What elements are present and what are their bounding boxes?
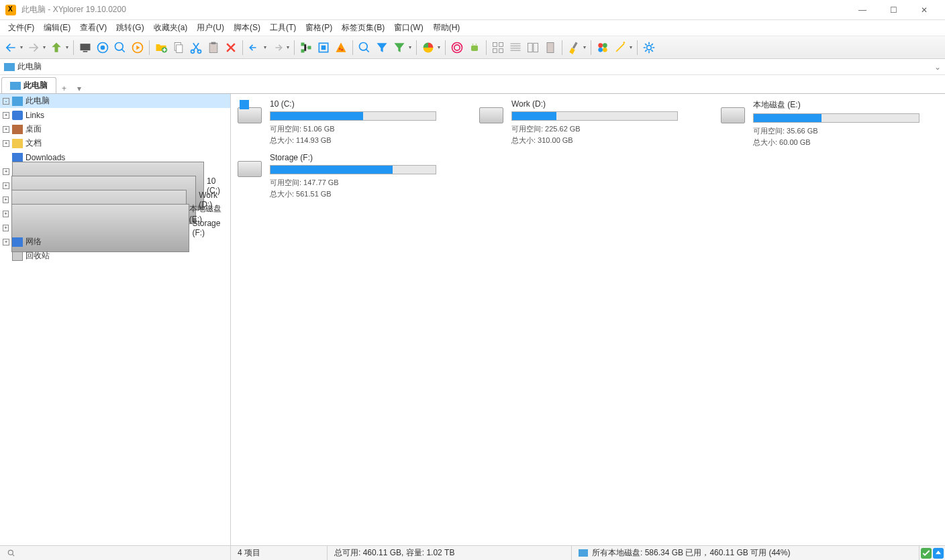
menu-4[interactable]: 收藏夹(a) — [150, 21, 192, 35]
undo-dropdown[interactable]: ▾ — [262, 44, 268, 50]
tree-item-2[interactable]: +桌面 — [0, 122, 230, 136]
menu-7[interactable]: 工具(T) — [266, 21, 300, 35]
menu-3[interactable]: 跳转(G) — [112, 21, 148, 35]
tree-item-9[interactable]: +Storage (F:) — [0, 221, 230, 235]
play-icon[interactable] — [130, 40, 146, 56]
new-tab-button[interactable]: + — [56, 84, 72, 93]
tree-item-1[interactable]: +Links — [0, 108, 230, 122]
brush-dropdown[interactable]: ▾ — [582, 44, 587, 50]
up-dropdown[interactable]: ▾ — [64, 44, 70, 50]
expand-icon[interactable] — [3, 154, 9, 161]
svg-point-24 — [472, 44, 474, 45]
find-icon[interactable] — [356, 40, 372, 56]
svg-point-37 — [603, 48, 607, 52]
computer-icon[interactable] — [77, 40, 93, 56]
drive-0[interactable]: 10 (C:) 可用空间: 51.06 GB 总大小: 114.93 GB — [235, 99, 436, 148]
copy-icon[interactable] — [170, 40, 187, 56]
android-icon[interactable] — [466, 40, 483, 56]
select-icon[interactable] — [315, 40, 332, 56]
comp-icon — [12, 97, 23, 106]
drive-bar — [270, 111, 436, 121]
status-ok-icon[interactable] — [921, 548, 932, 559]
redo-icon[interactable] — [269, 40, 285, 56]
menu-5[interactable]: 用户(U) — [193, 21, 228, 35]
expand-icon[interactable]: + — [3, 168, 9, 175]
tree-panel: -此电脑+Links+桌面+文档 Downloads+vip57+10 (C:)… — [0, 94, 231, 545]
pie-dropdown[interactable]: ▾ — [436, 44, 442, 50]
cut-icon[interactable] — [188, 40, 204, 56]
close-button[interactable]: ✕ — [909, 1, 940, 19]
split-icon[interactable] — [525, 40, 541, 56]
svg-rect-8 — [177, 44, 183, 52]
expand-icon[interactable]: + — [3, 197, 9, 203]
drive-bar — [753, 113, 919, 123]
menu-6[interactable]: 脚本(S) — [230, 21, 264, 35]
redo-dropdown[interactable]: ▾ — [285, 44, 291, 50]
tree-item-3[interactable]: +文档 — [0, 136, 230, 150]
back-dropdown[interactable]: ▾ — [19, 44, 24, 50]
minimize-button[interactable]: — — [847, 1, 878, 19]
menu-11[interactable]: 帮助(H) — [429, 21, 464, 35]
filter-dropdown[interactable]: ▾ — [407, 44, 413, 50]
expand-icon[interactable]: + — [3, 112, 9, 119]
grid-icon[interactable] — [490, 40, 506, 56]
filter2-icon[interactable] — [391, 40, 407, 56]
forward-button[interactable] — [26, 40, 42, 56]
svg-rect-15 — [308, 46, 311, 49]
filter-icon[interactable] — [374, 40, 390, 56]
file-view[interactable]: 10 (C:) 可用空间: 51.06 GB 总大小: 114.93 GB Wo… — [231, 94, 945, 545]
menu-10[interactable]: 窗口(W) — [390, 21, 427, 35]
svg-point-36 — [598, 48, 603, 52]
gear-icon[interactable] — [641, 40, 657, 56]
expand-icon[interactable]: + — [3, 126, 9, 133]
book-icon[interactable] — [542, 40, 558, 56]
pie-icon[interactable] — [420, 40, 436, 56]
expand-icon[interactable]: - — [3, 98, 9, 105]
status-up-icon[interactable] — [933, 548, 944, 559]
tab-list-dropdown[interactable]: ▾ — [72, 84, 87, 93]
expand-icon[interactable]: + — [3, 182, 9, 189]
status-disk-text: 所有本地磁盘: 586.34 GB 已用，460.11 GB 可用 (44%) — [592, 547, 790, 559]
new-folder-icon[interactable] — [153, 40, 169, 56]
details-icon[interactable] — [507, 40, 524, 56]
address-bar[interactable]: 此电脑 ⌄ — [0, 59, 945, 75]
wand-icon[interactable] — [612, 40, 628, 56]
up-button[interactable] — [48, 40, 64, 56]
svg-rect-30 — [528, 43, 533, 52]
back-button[interactable] — [3, 40, 19, 56]
address-text: 此电脑 — [17, 61, 42, 72]
address-dropdown[interactable]: ⌄ — [934, 62, 941, 72]
find-bar[interactable] — [0, 546, 231, 560]
expand-icon[interactable]: + — [3, 225, 9, 231]
tab-thispc[interactable]: 此电脑 — [1, 77, 56, 93]
search-lens-icon[interactable] — [112, 40, 128, 56]
maximize-button[interactable]: ☐ — [878, 1, 909, 19]
colors-icon[interactable] — [595, 40, 611, 56]
menu-1[interactable]: 编辑(E) — [40, 21, 74, 35]
drive-1[interactable]: Work (D:) 可用空间: 225.62 GB 总大小: 310.00 GB — [477, 99, 678, 148]
paste-icon[interactable] — [205, 40, 221, 56]
computer-icon — [10, 82, 21, 90]
svg-rect-1 — [83, 51, 88, 52]
expand-icon[interactable]: + — [3, 140, 9, 147]
tree-icon[interactable] — [298, 40, 314, 56]
menu-0[interactable]: 文件(F) — [4, 21, 38, 35]
pizza-icon[interactable] — [333, 40, 349, 56]
menu-2[interactable]: 查看(V) — [76, 21, 111, 35]
menu-9[interactable]: 标签页集(B) — [338, 21, 389, 35]
brush-icon[interactable] — [566, 40, 582, 56]
expand-icon[interactable] — [3, 253, 9, 260]
delete-icon[interactable] — [223, 40, 239, 56]
target-icon[interactable] — [95, 40, 111, 56]
wand-dropdown[interactable]: ▾ — [628, 44, 634, 50]
svg-rect-33 — [573, 42, 578, 48]
menu-8[interactable]: 窗格(P) — [301, 21, 336, 35]
drive-3[interactable]: Storage (F:) 可用空间: 147.77 GB 总大小: 561.51… — [235, 153, 436, 201]
expand-icon[interactable]: + — [3, 239, 9, 245]
expand-icon[interactable]: + — [3, 211, 9, 217]
drive-2[interactable]: 本地磁盘 (E:) 可用空间: 35.66 GB 总大小: 60.00 GB — [718, 99, 919, 148]
spiral-icon[interactable] — [449, 40, 465, 56]
forward-dropdown[interactable]: ▾ — [42, 44, 47, 50]
undo-icon[interactable] — [246, 40, 262, 56]
tree-item-0[interactable]: -此电脑 — [0, 94, 230, 108]
